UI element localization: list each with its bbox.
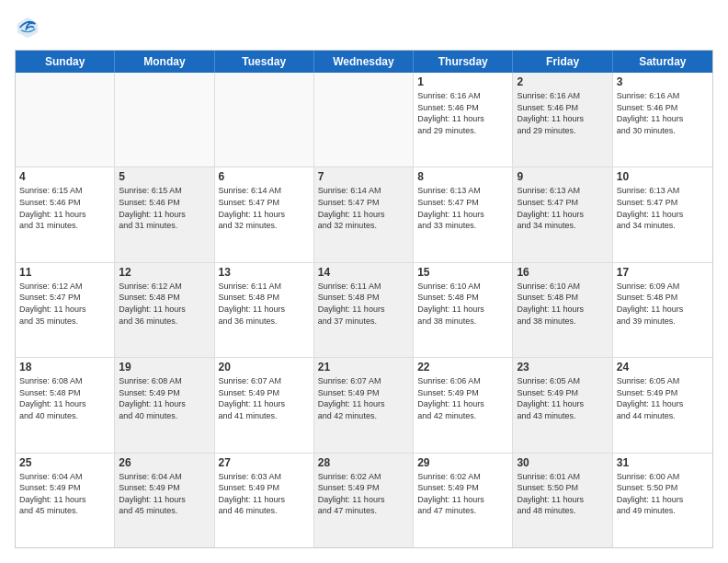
day-number: 9 <box>517 170 608 183</box>
day-number: 23 <box>517 361 608 373</box>
header <box>15 15 713 40</box>
calendar-row: 18Sunrise: 6:08 AM Sunset: 5:48 PM Dayli… <box>16 358 712 453</box>
day-info: Sunrise: 6:06 AM Sunset: 5:49 PM Dayligh… <box>417 375 508 421</box>
day-number: 7 <box>318 170 409 183</box>
day-info: Sunrise: 6:02 AM Sunset: 5:49 PM Dayligh… <box>417 471 508 517</box>
calendar-cell: 19Sunrise: 6:08 AM Sunset: 5:49 PM Dayli… <box>115 358 214 452</box>
calendar-cell: 30Sunrise: 6:01 AM Sunset: 5:50 PM Dayli… <box>513 454 612 547</box>
weekday-header: Tuesday <box>215 51 314 73</box>
day-number: 28 <box>318 456 409 469</box>
calendar-cell: 27Sunrise: 6:03 AM Sunset: 5:49 PM Dayli… <box>215 454 314 547</box>
day-number: 16 <box>517 266 608 279</box>
calendar-cell: 16Sunrise: 6:10 AM Sunset: 5:48 PM Dayli… <box>513 263 612 357</box>
day-info: Sunrise: 6:11 AM Sunset: 5:48 PM Dayligh… <box>219 281 310 327</box>
calendar: SundayMondayTuesdayWednesdayThursdayFrid… <box>15 50 713 548</box>
day-number: 1 <box>417 75 508 88</box>
calendar-cell: 15Sunrise: 6:10 AM Sunset: 5:48 PM Dayli… <box>414 263 513 357</box>
day-number: 26 <box>119 456 210 469</box>
day-number: 25 <box>19 456 110 469</box>
logo-icon <box>15 15 40 40</box>
day-number: 2 <box>517 75 608 88</box>
day-number: 18 <box>19 361 110 373</box>
calendar-body: 1Sunrise: 6:16 AM Sunset: 5:46 PM Daylig… <box>16 73 712 547</box>
day-info: Sunrise: 6:08 AM Sunset: 5:48 PM Dayligh… <box>19 375 110 421</box>
day-number: 14 <box>318 266 409 279</box>
day-number: 17 <box>617 266 709 279</box>
day-info: Sunrise: 6:12 AM Sunset: 5:47 PM Dayligh… <box>19 281 110 327</box>
calendar-cell: 14Sunrise: 6:11 AM Sunset: 5:48 PM Dayli… <box>314 263 414 357</box>
calendar-cell: 10Sunrise: 6:13 AM Sunset: 5:47 PM Dayli… <box>613 167 712 261</box>
day-info: Sunrise: 6:05 AM Sunset: 5:49 PM Dayligh… <box>617 375 709 421</box>
calendar-cell: 20Sunrise: 6:07 AM Sunset: 5:49 PM Dayli… <box>215 358 314 452</box>
calendar-cell: 26Sunrise: 6:04 AM Sunset: 5:49 PM Dayli… <box>115 454 214 547</box>
day-info: Sunrise: 6:08 AM Sunset: 5:49 PM Dayligh… <box>119 375 210 421</box>
calendar-row: 1Sunrise: 6:16 AM Sunset: 5:46 PM Daylig… <box>16 73 712 167</box>
day-number: 11 <box>19 266 110 279</box>
day-info: Sunrise: 6:12 AM Sunset: 5:48 PM Dayligh… <box>119 281 210 327</box>
day-info: Sunrise: 6:10 AM Sunset: 5:48 PM Dayligh… <box>517 281 608 327</box>
day-info: Sunrise: 6:07 AM Sunset: 5:49 PM Dayligh… <box>219 375 310 421</box>
calendar-cell: 11Sunrise: 6:12 AM Sunset: 5:47 PM Dayli… <box>16 263 115 357</box>
day-number: 19 <box>119 361 210 373</box>
calendar-cell <box>314 73 414 167</box>
day-number: 20 <box>219 361 310 373</box>
day-info: Sunrise: 6:04 AM Sunset: 5:49 PM Dayligh… <box>119 471 210 517</box>
calendar-header: SundayMondayTuesdayWednesdayThursdayFrid… <box>16 51 712 73</box>
calendar-cell: 23Sunrise: 6:05 AM Sunset: 5:49 PM Dayli… <box>513 358 612 452</box>
weekday-header: Monday <box>115 51 214 73</box>
weekday-header: Wednesday <box>314 51 414 73</box>
calendar-cell <box>16 73 115 167</box>
calendar-cell: 21Sunrise: 6:07 AM Sunset: 5:49 PM Dayli… <box>314 358 414 452</box>
day-info: Sunrise: 6:15 AM Sunset: 5:46 PM Dayligh… <box>119 185 210 231</box>
calendar-cell: 9Sunrise: 6:13 AM Sunset: 5:47 PM Daylig… <box>513 167 612 261</box>
day-number: 31 <box>617 456 709 469</box>
day-number: 29 <box>417 456 508 469</box>
day-number: 21 <box>318 361 409 373</box>
day-number: 6 <box>219 170 310 183</box>
calendar-cell: 28Sunrise: 6:02 AM Sunset: 5:49 PM Dayli… <box>314 454 414 547</box>
calendar-cell: 18Sunrise: 6:08 AM Sunset: 5:48 PM Dayli… <box>16 358 115 452</box>
calendar-cell: 22Sunrise: 6:06 AM Sunset: 5:49 PM Dayli… <box>414 358 513 452</box>
day-number: 22 <box>417 361 508 373</box>
day-info: Sunrise: 6:07 AM Sunset: 5:49 PM Dayligh… <box>318 375 409 421</box>
calendar-cell: 25Sunrise: 6:04 AM Sunset: 5:49 PM Dayli… <box>16 454 115 547</box>
calendar-row: 4Sunrise: 6:15 AM Sunset: 5:46 PM Daylig… <box>16 167 712 262</box>
day-number: 3 <box>617 75 709 88</box>
calendar-row: 25Sunrise: 6:04 AM Sunset: 5:49 PM Dayli… <box>16 454 712 547</box>
calendar-cell <box>215 73 314 167</box>
day-info: Sunrise: 6:13 AM Sunset: 5:47 PM Dayligh… <box>617 185 709 231</box>
day-info: Sunrise: 6:14 AM Sunset: 5:47 PM Dayligh… <box>219 185 310 231</box>
day-info: Sunrise: 6:11 AM Sunset: 5:48 PM Dayligh… <box>318 281 409 327</box>
weekday-header: Sunday <box>16 51 115 73</box>
day-info: Sunrise: 6:00 AM Sunset: 5:50 PM Dayligh… <box>617 471 709 517</box>
day-info: Sunrise: 6:16 AM Sunset: 5:46 PM Dayligh… <box>617 90 709 136</box>
calendar-cell: 8Sunrise: 6:13 AM Sunset: 5:47 PM Daylig… <box>414 167 513 261</box>
day-info: Sunrise: 6:10 AM Sunset: 5:48 PM Dayligh… <box>417 281 508 327</box>
calendar-cell: 12Sunrise: 6:12 AM Sunset: 5:48 PM Dayli… <box>115 263 214 357</box>
calendar-cell: 7Sunrise: 6:14 AM Sunset: 5:47 PM Daylig… <box>314 167 414 261</box>
calendar-cell: 4Sunrise: 6:15 AM Sunset: 5:46 PM Daylig… <box>16 167 115 261</box>
day-number: 5 <box>119 170 210 183</box>
logo <box>15 15 44 40</box>
day-number: 30 <box>517 456 608 469</box>
day-info: Sunrise: 6:02 AM Sunset: 5:49 PM Dayligh… <box>318 471 409 517</box>
day-number: 10 <box>617 170 709 183</box>
calendar-cell: 1Sunrise: 6:16 AM Sunset: 5:46 PM Daylig… <box>414 73 513 167</box>
day-info: Sunrise: 6:13 AM Sunset: 5:47 PM Dayligh… <box>417 185 508 231</box>
calendar-cell: 24Sunrise: 6:05 AM Sunset: 5:49 PM Dayli… <box>613 358 712 452</box>
day-info: Sunrise: 6:01 AM Sunset: 5:50 PM Dayligh… <box>517 471 608 517</box>
day-number: 15 <box>417 266 508 279</box>
calendar-cell: 5Sunrise: 6:15 AM Sunset: 5:46 PM Daylig… <box>115 167 214 261</box>
day-number: 27 <box>219 456 310 469</box>
day-number: 24 <box>617 361 709 373</box>
calendar-cell: 2Sunrise: 6:16 AM Sunset: 5:46 PM Daylig… <box>513 73 612 167</box>
day-info: Sunrise: 6:04 AM Sunset: 5:49 PM Dayligh… <box>19 471 110 517</box>
day-number: 4 <box>19 170 110 183</box>
day-info: Sunrise: 6:05 AM Sunset: 5:49 PM Dayligh… <box>517 375 608 421</box>
weekday-header: Saturday <box>613 51 712 73</box>
day-info: Sunrise: 6:13 AM Sunset: 5:47 PM Dayligh… <box>517 185 608 231</box>
calendar-cell: 13Sunrise: 6:11 AM Sunset: 5:48 PM Dayli… <box>215 263 314 357</box>
weekday-header: Friday <box>513 51 612 73</box>
calendar-cell <box>115 73 214 167</box>
day-info: Sunrise: 6:16 AM Sunset: 5:46 PM Dayligh… <box>517 90 608 136</box>
